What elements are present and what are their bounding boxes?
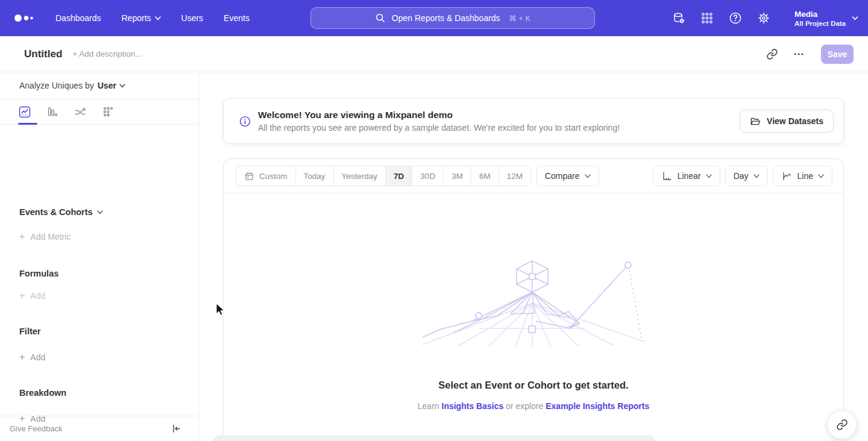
empty-state: Select an Event or Cohort to get started… [224, 193, 843, 411]
demo-welcome-banner: Welcome! You are viewing a Mixpanel demo… [223, 98, 844, 144]
compare-button[interactable]: Compare [536, 166, 599, 186]
nav-users[interactable]: Users [181, 13, 204, 23]
tab-retention[interactable] [101, 105, 115, 119]
primary-nav: Dashboards Reports Users Events [55, 13, 250, 23]
folder-open-icon [750, 116, 761, 127]
line-chart-icon [781, 170, 793, 182]
range-6m[interactable]: 6M [471, 166, 499, 186]
tab-flows[interactable] [74, 105, 87, 119]
sidebar-footer: Give Feedback [0, 416, 198, 441]
date-range-control: Custom Today Yesterday 7D 30D 3M 6M 12M [236, 166, 531, 186]
linear-axes-icon [661, 170, 673, 182]
copy-link-icon[interactable] [762, 44, 782, 64]
global-search-input[interactable]: Open Reports & Dashboards ⌘ + K [310, 7, 595, 29]
share-link-fab[interactable] [828, 410, 857, 439]
apps-grid-icon[interactable] [700, 11, 714, 25]
search-shortcut: ⌘ + K [509, 14, 531, 23]
nav-right-group: Media All Project Data [671, 9, 858, 28]
tab-bar-chart[interactable] [46, 105, 59, 119]
project-scope: All Project Data [794, 19, 846, 28]
banner-subtitle: All the reports you see are powered by a… [258, 122, 620, 134]
project-switcher[interactable]: Media All Project Data [794, 9, 858, 28]
range-30d[interactable]: 30D [412, 166, 444, 186]
range-12m[interactable]: 12M [499, 166, 530, 186]
chart-type-dropdown[interactable]: Line [773, 166, 832, 186]
range-7d[interactable]: 7D [386, 166, 412, 186]
scale-dropdown[interactable]: Linear [653, 166, 720, 186]
report-main-area: Welcome! You are viewing a Mixpanel demo… [199, 72, 868, 441]
chevron-down-icon [818, 174, 824, 178]
add-filter-button[interactable]: + Add [19, 352, 45, 363]
save-button[interactable]: Save [821, 45, 854, 64]
help-icon[interactable] [728, 11, 743, 25]
empty-state-subtitle: Learn Insights Basics or explore Example… [224, 401, 843, 411]
banner-title: Welcome! You are viewing a Mixpanel demo [258, 108, 620, 121]
bottom-sheet-edge[interactable] [211, 435, 657, 441]
formulas-section-label: Formulas [19, 269, 58, 278]
analyze-label: Analyze Uniques by [19, 81, 94, 90]
chevron-down-icon [585, 174, 591, 178]
chevron-down-icon [97, 210, 103, 214]
add-metric-button[interactable]: + Add Metric [19, 231, 71, 242]
chevron-down-icon [155, 16, 161, 20]
chevron-down-icon [706, 174, 712, 178]
info-icon [239, 115, 251, 128]
query-builder-sidebar: Analyze Uniques by User [0, 72, 199, 441]
calendar-icon [244, 171, 254, 181]
add-formula-button[interactable]: + Add [19, 290, 45, 301]
settings-gear-icon[interactable] [756, 11, 771, 25]
range-today[interactable]: Today [296, 166, 334, 186]
chevron-down-icon [852, 16, 858, 20]
search-placeholder: Open Reports & Dashboards [392, 13, 500, 23]
tab-insights-chart[interactable] [18, 105, 31, 119]
insights-basics-link[interactable]: Insights Basics [442, 401, 504, 411]
nav-reports[interactable]: Reports [122, 13, 161, 23]
give-feedback-link[interactable]: Give Feedback [10, 424, 62, 433]
insights-report-card: Custom Today Yesterday 7D 30D 3M 6M 12M … [223, 158, 844, 441]
range-yesterday[interactable]: Yesterday [334, 166, 386, 186]
report-description-placeholder[interactable]: + Add description... [72, 49, 142, 58]
breakdown-section-label: Breakdown [19, 388, 66, 398]
granularity-dropdown[interactable]: Day [725, 166, 768, 186]
empty-state-title: Select an Event or Cohort to get started… [224, 380, 843, 391]
view-datasets-button[interactable]: View Datasets [740, 110, 834, 133]
analyze-by-dropdown[interactable]: User [98, 81, 125, 90]
events-cohorts-section[interactable]: Events & Cohorts [19, 207, 103, 217]
analyze-row: Analyze Uniques by User [0, 72, 198, 99]
filter-section-label: Filter [19, 327, 40, 336]
nav-events[interactable]: Events [224, 13, 250, 23]
chevron-down-icon [119, 84, 125, 88]
data-management-icon[interactable] [671, 11, 686, 25]
search-icon [375, 13, 386, 23]
range-custom[interactable]: Custom [236, 166, 296, 186]
report-title[interactable]: Untitled [24, 48, 62, 60]
collapse-sidebar-icon[interactable] [171, 424, 181, 434]
chevron-down-icon [753, 174, 760, 178]
mixpanel-logo-icon [13, 13, 36, 23]
link-icon [836, 419, 848, 431]
range-3m[interactable]: 3M [444, 166, 471, 186]
active-tab-underline [18, 123, 37, 125]
mixpanel-logo[interactable] [13, 13, 40, 23]
more-options-icon[interactable] [788, 44, 809, 64]
report-toolbar: Custom Today Yesterday 7D 30D 3M 6M 12M … [224, 159, 843, 193]
metric-type-tabs [0, 99, 198, 125]
empty-state-illustration [421, 256, 646, 348]
example-insights-reports-link[interactable]: Example Insights Reports [546, 401, 649, 411]
top-nav: Dashboards Reports Users Events Open Rep… [0, 0, 868, 36]
report-header: Untitled + Add description... Save [0, 36, 868, 72]
project-name: Media [794, 9, 846, 19]
nav-dashboards[interactable]: Dashboards [55, 13, 101, 23]
